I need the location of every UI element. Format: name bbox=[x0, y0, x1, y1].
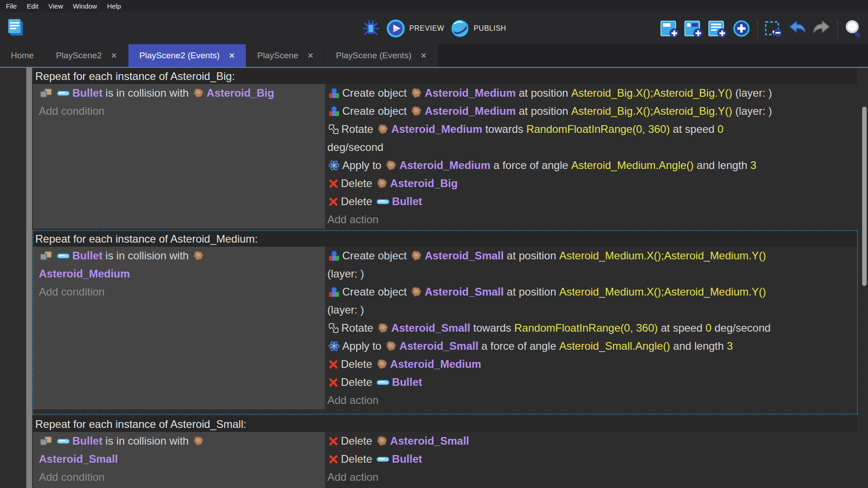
add-condition-link[interactable]: Add condition bbox=[33, 102, 325, 120]
object-name: Asteroid_Medium bbox=[425, 86, 515, 100]
add-subevent-icon[interactable] bbox=[684, 19, 703, 38]
menu-item-file[interactable]: File bbox=[1, 2, 22, 10]
instruction-text: (layer: ) bbox=[327, 303, 364, 317]
undo-icon[interactable] bbox=[788, 19, 807, 38]
condition-row[interactable]: Asteroid_Medium bbox=[33, 265, 325, 283]
add-condition-link[interactable]: Add condition bbox=[33, 468, 325, 486]
preview-button[interactable]: PREVIEW bbox=[386, 19, 444, 38]
event-body: Bullet is in collision with Asteroid_Med… bbox=[33, 247, 857, 414]
expression-text: Asteroid_Medium.X();Asteroid_Medium.Y() bbox=[559, 285, 766, 299]
tab-playscene-events[interactable]: PlayScene (Events)✕ bbox=[325, 44, 438, 67]
action-row[interactable]: Delete Asteroid_Small bbox=[325, 432, 857, 450]
search-icon[interactable] bbox=[844, 19, 863, 38]
add-comment-icon[interactable] bbox=[708, 19, 727, 38]
redo-icon bbox=[811, 19, 831, 38]
condition-row[interactable]: Bullet is in collision with Asteroid_Big bbox=[33, 84, 325, 102]
actions-column: Delete Asteroid_SmallDelete BulletAdd ac… bbox=[325, 432, 857, 488]
action-row[interactable]: Apply to Asteroid_Medium a force of angl… bbox=[325, 156, 857, 174]
action-row[interactable]: Create object Asteroid_Medium at positio… bbox=[325, 102, 857, 120]
action-row[interactable]: (layer: ) bbox=[325, 301, 857, 319]
object-name: Asteroid_Medium bbox=[390, 357, 481, 371]
tab-playscene2-events[interactable]: PlayScene2 (Events)✕ bbox=[128, 44, 246, 67]
rotate-icon bbox=[328, 323, 339, 333]
action-row[interactable]: Delete Bullet bbox=[325, 192, 857, 211]
delete-icon bbox=[328, 178, 339, 189]
instruction-text: Create object bbox=[342, 249, 410, 263]
tab-playscene[interactable]: PlayScene✕ bbox=[246, 44, 325, 67]
project-manager-button[interactable] bbox=[5, 17, 26, 38]
asteroid-icon bbox=[410, 87, 422, 99]
action-row[interactable]: Delete Asteroid_Big bbox=[325, 174, 857, 192]
menu-item-view[interactable]: View bbox=[43, 2, 68, 10]
actions-column: Create object Asteroid_Small at position… bbox=[325, 247, 857, 409]
action-row[interactable]: Delete Bullet bbox=[325, 450, 857, 468]
instruction-text: is in collision with bbox=[103, 434, 192, 448]
menu-item-edit[interactable]: Edit bbox=[22, 2, 43, 10]
action-row[interactable]: Create object Asteroid_Medium at positio… bbox=[325, 84, 857, 102]
action-row[interactable]: (layer: ) bbox=[325, 265, 857, 283]
debug-icon[interactable] bbox=[362, 19, 380, 38]
toolbar-separator bbox=[837, 19, 838, 38]
expression-text: 0 bbox=[705, 321, 711, 335]
menu-item-help[interactable]: Help bbox=[102, 2, 126, 10]
instruction-text: (layer: ) bbox=[732, 86, 772, 100]
instruction-text: Delete bbox=[341, 434, 375, 448]
tab-playscene2[interactable]: PlayScene2✕ bbox=[45, 44, 128, 67]
collision-icon bbox=[40, 88, 53, 99]
bullet-icon bbox=[57, 90, 70, 97]
condition-row[interactable]: Bullet is in collision with bbox=[33, 247, 325, 265]
publish-button[interactable]: PUBLISH bbox=[451, 19, 506, 38]
conditions-column: Bullet is in collision with Asteroid_Med… bbox=[33, 247, 325, 409]
instruction-text: Apply to bbox=[342, 339, 384, 353]
instruction-text: Rotate bbox=[341, 321, 376, 335]
asteroid-icon bbox=[193, 435, 204, 447]
action-row[interactable]: Apply to Asteroid_Small a force of angle… bbox=[325, 337, 857, 355]
delete-icon bbox=[328, 454, 339, 465]
action-row[interactable]: Rotate Asteroid_Medium towards RandomFlo… bbox=[325, 120, 857, 138]
action-row[interactable]: Create object Asteroid_Small at position… bbox=[325, 283, 857, 301]
condition-row[interactable]: Asteroid_Small bbox=[33, 450, 325, 468]
scrollbar-thumb[interactable] bbox=[862, 107, 867, 286]
condition-row[interactable]: Bullet is in collision with bbox=[33, 432, 325, 450]
remove-selection-icon[interactable] bbox=[764, 19, 783, 38]
close-icon[interactable]: ✕ bbox=[307, 52, 314, 60]
object-name: Asteroid_Small bbox=[391, 321, 470, 335]
close-icon[interactable]: ✕ bbox=[420, 52, 427, 60]
object-name: Asteroid_Medium bbox=[39, 267, 130, 281]
force-icon bbox=[328, 340, 340, 352]
event-header[interactable]: Repeat for each instance of Asteroid_Med… bbox=[33, 231, 857, 247]
add-condition-link[interactable]: Add condition bbox=[33, 283, 325, 301]
instruction-text: a force of angle bbox=[491, 159, 571, 172]
menu-item-window[interactable]: Window bbox=[68, 2, 102, 10]
action-row[interactable]: Create object Asteroid_Small at position… bbox=[325, 247, 857, 265]
collision-icon bbox=[40, 250, 53, 261]
event-header[interactable]: Repeat for each instance of Asteroid_Big… bbox=[33, 68, 857, 84]
object-name: Asteroid_Big bbox=[207, 86, 274, 100]
play-icon bbox=[386, 19, 405, 38]
instruction-text: deg/second bbox=[712, 321, 771, 335]
conditions-column: Bullet is in collision with Asteroid_Sma… bbox=[33, 432, 325, 488]
close-icon[interactable]: ✕ bbox=[229, 52, 235, 60]
add-event-icon[interactable] bbox=[660, 19, 679, 38]
event-block: Repeat for each instance of Asteroid_Sma… bbox=[33, 416, 858, 488]
instruction-text: and length bbox=[670, 339, 726, 353]
action-row[interactable]: Delete Asteroid_Medium bbox=[325, 355, 857, 373]
action-row[interactable]: Delete Bullet bbox=[325, 373, 857, 391]
event-header[interactable]: Repeat for each instance of Asteroid_Sma… bbox=[33, 416, 857, 432]
add-action-link[interactable]: Add action bbox=[325, 468, 857, 486]
expression-text: 3 bbox=[750, 159, 756, 172]
action-row[interactable]: Rotate Asteroid_Small towards RandomFloa… bbox=[325, 319, 857, 337]
add-action-link[interactable]: Add action bbox=[325, 391, 857, 409]
add-action-link[interactable]: Add action bbox=[325, 211, 857, 229]
delete-icon bbox=[328, 197, 339, 207]
asteroid-icon bbox=[193, 87, 204, 99]
publish-icon bbox=[451, 19, 470, 38]
close-icon[interactable]: ✕ bbox=[111, 52, 117, 60]
action-row[interactable]: deg/second bbox=[325, 138, 857, 156]
asteroid-icon bbox=[193, 250, 204, 262]
object-name: Asteroid_Medium bbox=[391, 122, 482, 136]
tab-home[interactable]: Home bbox=[0, 44, 45, 67]
add-circle-icon[interactable] bbox=[731, 19, 751, 38]
asteroid-icon bbox=[410, 105, 422, 117]
instruction-text: is in collision with bbox=[103, 86, 192, 100]
